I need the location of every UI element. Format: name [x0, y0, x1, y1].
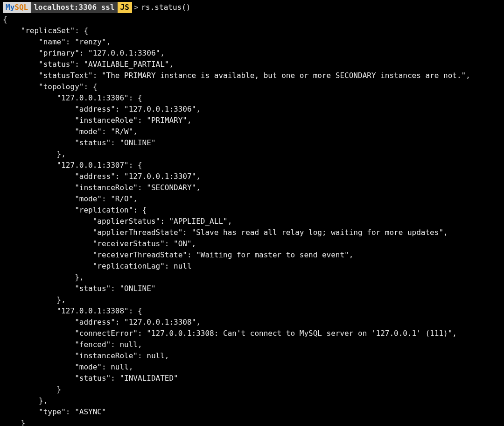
mysql-badge: MySQL: [3, 2, 31, 13]
mode-badge: JS: [118, 2, 132, 13]
command-input[interactable]: rs.status(): [140, 2, 190, 13]
prompt-line[interactable]: MySQL localhost:3306 ssl JS > rs.status(…: [3, 2, 501, 13]
prompt-arrow-icon: >: [132, 2, 140, 13]
mysql-badge-my: My: [6, 3, 14, 12]
command-output: { "replicaSet": { "name": "renzy", "prim…: [3, 14, 501, 426]
mysql-badge-sql: SQL: [14, 3, 28, 12]
host-badge: localhost:3306 ssl: [31, 2, 117, 13]
